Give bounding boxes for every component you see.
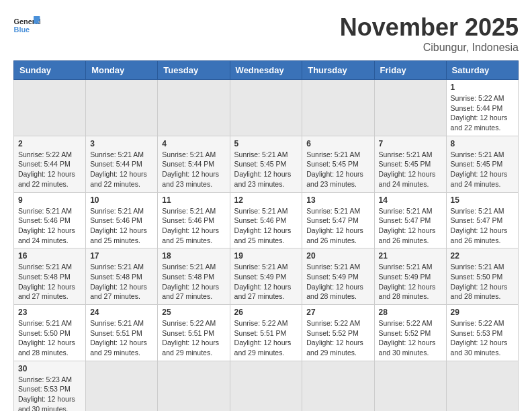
day-info: Sunrise: 5:21 AM Sunset: 5:48 PM Dayligh…: [162, 262, 225, 302]
calendar-cell: 5Sunrise: 5:21 AM Sunset: 5:45 PM Daylig…: [230, 136, 302, 192]
calendar-cell: 28Sunrise: 5:22 AM Sunset: 5:52 PM Dayli…: [374, 305, 446, 361]
calendar-cell: [158, 80, 230, 136]
svg-rect-3: [34, 16, 40, 21]
day-info: Sunrise: 5:21 AM Sunset: 5:44 PM Dayligh…: [162, 150, 225, 189]
calendar-cell: [230, 80, 302, 136]
day-number: 9: [18, 195, 81, 205]
calendar-cell: 21Sunrise: 5:21 AM Sunset: 5:49 PM Dayli…: [374, 248, 446, 305]
day-info: Sunrise: 5:22 AM Sunset: 5:51 PM Dayligh…: [162, 318, 225, 358]
day-info: Sunrise: 5:22 AM Sunset: 5:51 PM Dayligh…: [234, 318, 298, 358]
calendar-cell: 29Sunrise: 5:22 AM Sunset: 5:53 PM Dayli…: [446, 305, 518, 361]
calendar-cell: [230, 361, 302, 411]
weekday-header-thursday: Thursday: [302, 61, 374, 80]
calendar-cell: [302, 361, 374, 411]
day-number: 5: [234, 139, 298, 148]
day-number: 20: [306, 251, 369, 261]
calendar-cell: [374, 80, 446, 136]
calendar-cell: [86, 80, 158, 136]
svg-text:Blue: Blue: [14, 26, 30, 34]
day-number: 29: [451, 308, 514, 317]
calendar-week-1: 2Sunrise: 5:22 AM Sunset: 5:44 PM Daylig…: [14, 136, 519, 192]
weekday-header-monday: Monday: [86, 61, 158, 80]
day-info: Sunrise: 5:21 AM Sunset: 5:47 PM Dayligh…: [379, 206, 442, 246]
day-number: 18: [162, 251, 225, 261]
day-info: Sunrise: 5:21 AM Sunset: 5:51 PM Dayligh…: [90, 318, 153, 358]
calendar-cell: [86, 361, 158, 411]
day-number: 2: [18, 139, 81, 148]
day-info: Sunrise: 5:21 AM Sunset: 5:48 PM Dayligh…: [18, 262, 81, 302]
day-info: Sunrise: 5:21 AM Sunset: 5:45 PM Dayligh…: [451, 150, 514, 189]
day-info: Sunrise: 5:21 AM Sunset: 5:46 PM Dayligh…: [18, 206, 81, 246]
day-number: 8: [451, 139, 514, 148]
day-number: 7: [379, 139, 442, 148]
day-number: 15: [451, 195, 514, 205]
day-info: Sunrise: 5:22 AM Sunset: 5:44 PM Dayligh…: [18, 150, 81, 189]
calendar-cell: 16Sunrise: 5:21 AM Sunset: 5:48 PM Dayli…: [14, 248, 86, 305]
calendar-week-0: 1Sunrise: 5:22 AM Sunset: 5:44 PM Daylig…: [14, 80, 519, 136]
day-info: Sunrise: 5:21 AM Sunset: 5:50 PM Dayligh…: [451, 262, 514, 302]
calendar-week-4: 23Sunrise: 5:21 AM Sunset: 5:50 PM Dayli…: [14, 305, 519, 361]
day-info: Sunrise: 5:21 AM Sunset: 5:47 PM Dayligh…: [451, 206, 514, 246]
day-number: 19: [234, 251, 298, 261]
logo-icon: General Blue: [13, 13, 40, 37]
day-number: 27: [306, 308, 369, 317]
calendar-cell: 19Sunrise: 5:21 AM Sunset: 5:49 PM Dayli…: [230, 248, 302, 305]
calendar-cell: 9Sunrise: 5:21 AM Sunset: 5:46 PM Daylig…: [14, 192, 86, 248]
day-number: 30: [18, 364, 81, 373]
calendar-cell: 27Sunrise: 5:22 AM Sunset: 5:52 PM Dayli…: [302, 305, 374, 361]
calendar-cell: 12Sunrise: 5:21 AM Sunset: 5:46 PM Dayli…: [230, 192, 302, 248]
calendar-cell: 22Sunrise: 5:21 AM Sunset: 5:50 PM Dayli…: [446, 248, 518, 305]
day-info: Sunrise: 5:21 AM Sunset: 5:46 PM Dayligh…: [234, 206, 298, 246]
day-number: 16: [18, 251, 81, 261]
weekday-header-tuesday: Tuesday: [158, 61, 230, 80]
day-info: Sunrise: 5:21 AM Sunset: 5:48 PM Dayligh…: [90, 262, 153, 302]
page-header: General Blue November 2025 Cibungur, Ind…: [13, 13, 519, 54]
weekday-header-saturday: Saturday: [446, 61, 518, 80]
calendar-cell: 24Sunrise: 5:21 AM Sunset: 5:51 PM Dayli…: [86, 305, 158, 361]
day-number: 13: [306, 195, 369, 205]
calendar-table: SundayMondayTuesdayWednesdayThursdayFrid…: [13, 60, 519, 411]
calendar-cell: [374, 361, 446, 411]
day-info: Sunrise: 5:21 AM Sunset: 5:45 PM Dayligh…: [306, 150, 369, 189]
day-number: 3: [90, 139, 153, 148]
calendar-cell: 6Sunrise: 5:21 AM Sunset: 5:45 PM Daylig…: [302, 136, 374, 192]
day-info: Sunrise: 5:22 AM Sunset: 5:44 PM Dayligh…: [451, 93, 514, 133]
calendar-cell: [14, 80, 86, 136]
day-info: Sunrise: 5:21 AM Sunset: 5:49 PM Dayligh…: [234, 262, 298, 302]
day-info: Sunrise: 5:21 AM Sunset: 5:49 PM Dayligh…: [379, 262, 442, 302]
day-number: 22: [451, 251, 514, 261]
day-info: Sunrise: 5:21 AM Sunset: 5:45 PM Dayligh…: [234, 150, 298, 189]
calendar-cell: 13Sunrise: 5:21 AM Sunset: 5:47 PM Dayli…: [302, 192, 374, 248]
calendar-cell: [446, 361, 518, 411]
calendar-cell: 15Sunrise: 5:21 AM Sunset: 5:47 PM Dayli…: [446, 192, 518, 248]
calendar-cell: 1Sunrise: 5:22 AM Sunset: 5:44 PM Daylig…: [446, 80, 518, 136]
calendar-cell: [158, 361, 230, 411]
day-info: Sunrise: 5:21 AM Sunset: 5:44 PM Dayligh…: [90, 150, 153, 189]
weekday-header-row: SundayMondayTuesdayWednesdayThursdayFrid…: [14, 61, 519, 80]
calendar-cell: 2Sunrise: 5:22 AM Sunset: 5:44 PM Daylig…: [14, 136, 86, 192]
calendar-cell: 7Sunrise: 5:21 AM Sunset: 5:45 PM Daylig…: [374, 136, 446, 192]
calendar-cell: 3Sunrise: 5:21 AM Sunset: 5:44 PM Daylig…: [86, 136, 158, 192]
title-area: November 2025 Cibungur, Indonesia: [340, 13, 519, 54]
day-info: Sunrise: 5:21 AM Sunset: 5:45 PM Dayligh…: [379, 150, 442, 189]
day-number: 14: [379, 195, 442, 205]
day-number: 28: [379, 308, 442, 317]
calendar-week-3: 16Sunrise: 5:21 AM Sunset: 5:48 PM Dayli…: [14, 248, 519, 305]
calendar-cell: 8Sunrise: 5:21 AM Sunset: 5:45 PM Daylig…: [446, 136, 518, 192]
day-number: 23: [18, 308, 81, 317]
day-info: Sunrise: 5:22 AM Sunset: 5:53 PM Dayligh…: [451, 318, 514, 358]
day-number: 11: [162, 195, 225, 205]
day-number: 12: [234, 195, 298, 205]
day-number: 1: [451, 83, 514, 92]
calendar-week-5: 30Sunrise: 5:23 AM Sunset: 5:53 PM Dayli…: [14, 361, 519, 411]
day-info: Sunrise: 5:21 AM Sunset: 5:47 PM Dayligh…: [306, 206, 369, 246]
calendar-cell: 4Sunrise: 5:21 AM Sunset: 5:44 PM Daylig…: [158, 136, 230, 192]
calendar-cell: 18Sunrise: 5:21 AM Sunset: 5:48 PM Dayli…: [158, 248, 230, 305]
calendar-cell: 14Sunrise: 5:21 AM Sunset: 5:47 PM Dayli…: [374, 192, 446, 248]
day-number: 10: [90, 195, 153, 205]
weekday-header-friday: Friday: [374, 61, 446, 80]
day-number: 6: [306, 139, 369, 148]
day-info: Sunrise: 5:23 AM Sunset: 5:53 PM Dayligh…: [18, 375, 81, 411]
day-info: Sunrise: 5:21 AM Sunset: 5:49 PM Dayligh…: [306, 262, 369, 302]
calendar-cell: 20Sunrise: 5:21 AM Sunset: 5:49 PM Dayli…: [302, 248, 374, 305]
